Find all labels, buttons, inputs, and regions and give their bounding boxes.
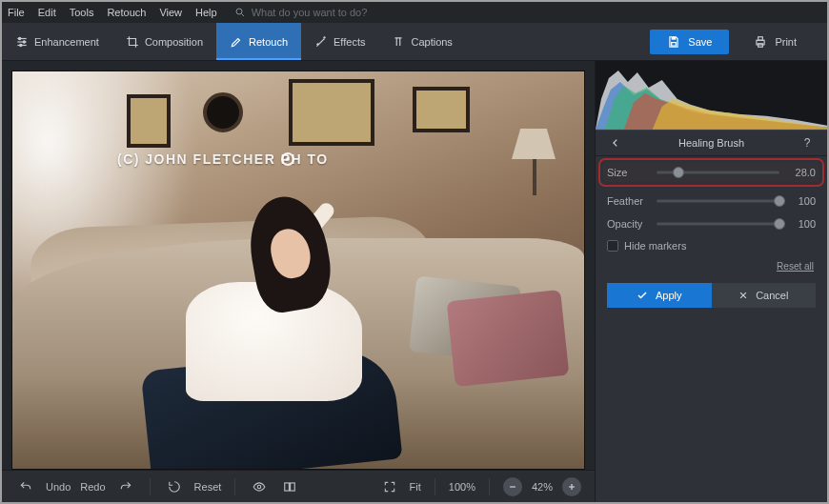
sliders-icon — [15, 35, 29, 49]
svg-rect-9 — [672, 42, 677, 46]
panel-header: Healing Brush ? — [596, 130, 827, 156]
zoom-out-icon[interactable] — [503, 477, 522, 496]
content-area: (C) JOHN FLETCHER PH TO Undo Redo Reset — [2, 61, 827, 502]
tab-label: Retouch — [249, 36, 288, 48]
cancel-button[interactable]: Cancel — [712, 283, 817, 308]
redo-button[interactable]: Redo — [80, 481, 105, 493]
svg-rect-8 — [672, 36, 677, 39]
tab-label: Captions — [411, 36, 452, 48]
menu-retouch[interactable]: Retouch — [107, 7, 146, 18]
right-panel: Healing Brush ? Size 28.0 Feather 100 Op… — [595, 61, 827, 502]
panel-actions: Apply Cancel — [607, 283, 816, 308]
svg-point-13 — [258, 485, 262, 489]
print-icon — [754, 35, 767, 49]
panel-title: Healing Brush — [678, 137, 744, 149]
slider-label: Feather — [607, 195, 649, 207]
zoom-value: 42% — [532, 481, 553, 493]
tab-label: Composition — [145, 36, 203, 48]
svg-rect-14 — [285, 482, 290, 490]
slider-opacity[interactable]: Opacity 100 — [607, 217, 816, 231]
menu-help[interactable]: Help — [195, 7, 217, 18]
tab-effects[interactable]: Effects — [301, 23, 378, 60]
close-icon — [738, 291, 748, 300]
slider-label: Opacity — [607, 218, 649, 230]
lens-icon — [281, 152, 294, 166]
apply-label: Apply — [656, 290, 682, 301]
watermark: (C) JOHN FLETCHER PH TO — [117, 151, 329, 167]
compare-icon[interactable] — [279, 476, 300, 497]
svg-point-0 — [236, 9, 242, 14]
photo: (C) JOHN FLETCHER PH TO — [12, 71, 584, 469]
menubar: File Edit Tools Retouch View Help — [2, 2, 827, 23]
save-icon — [667, 35, 680, 49]
checkbox-icon[interactable] — [607, 240, 618, 252]
toolbar: Enhancement Composition Retouch Effects … — [2, 23, 827, 61]
menubar-search[interactable] — [234, 7, 404, 18]
slider-track[interactable] — [657, 194, 779, 208]
menu-edit[interactable]: Edit — [38, 7, 56, 18]
undo-button[interactable]: Undo — [46, 481, 71, 493]
tab-enhancement[interactable]: Enhancement — [2, 23, 112, 60]
menu-file[interactable]: File — [8, 7, 25, 18]
text-icon — [392, 35, 405, 49]
zoom-in-icon[interactable] — [562, 477, 581, 496]
tab-label: Effects — [334, 36, 365, 48]
svg-point-5 — [19, 37, 21, 39]
slider-track[interactable] — [657, 217, 779, 231]
svg-rect-15 — [291, 482, 295, 490]
preview-eye-icon[interactable] — [249, 476, 270, 497]
svg-line-1 — [241, 14, 244, 17]
panel-help-icon[interactable]: ? — [797, 132, 818, 153]
slider-value: 100 — [787, 218, 816, 230]
check-icon — [637, 290, 648, 301]
undo-icon[interactable] — [15, 476, 36, 497]
menu-tools[interactable]: Tools — [70, 7, 94, 18]
slider-size[interactable]: Size 28.0 — [603, 163, 819, 182]
hide-markers-checkbox[interactable]: Hide markers — [607, 240, 816, 252]
svg-rect-11 — [758, 36, 763, 40]
redo-icon[interactable] — [115, 476, 136, 497]
svg-point-6 — [23, 40, 25, 42]
zoom-100-button[interactable]: 100% — [449, 481, 475, 493]
app-window: File Edit Tools Retouch View Help Enhanc… — [0, 0, 829, 504]
slider-track[interactable] — [657, 166, 779, 179]
brush-icon — [230, 35, 243, 49]
tab-composition[interactable]: Composition — [112, 23, 216, 60]
search-icon — [234, 7, 246, 18]
reset-icon[interactable] — [164, 476, 185, 497]
menu-view[interactable]: View — [159, 7, 182, 18]
save-label: Save — [688, 36, 712, 48]
search-input[interactable] — [252, 7, 404, 18]
panel-body: Size 28.0 Feather 100 Opacity 100 Hide — [596, 156, 827, 315]
tab-retouch[interactable]: Retouch — [216, 23, 301, 60]
reset-button[interactable]: Reset — [194, 481, 222, 493]
save-button[interactable]: Save — [650, 30, 729, 54]
reset-all-link[interactable]: Reset all — [607, 261, 816, 272]
checkbox-label: Hide markers — [624, 240, 686, 252]
histogram[interactable] — [596, 61, 827, 130]
fit-button[interactable]: Fit — [410, 481, 421, 493]
tab-captions[interactable]: Captions — [378, 23, 465, 60]
fit-screen-icon[interactable] — [379, 476, 400, 497]
print-label: Print — [775, 36, 797, 48]
tab-label: Enhancement — [34, 36, 99, 48]
bottom-toolbar: Undo Redo Reset Fit 100% 42% — [2, 470, 595, 502]
print-button[interactable]: Print — [737, 30, 814, 54]
svg-point-7 — [20, 44, 22, 46]
canvas-column: (C) JOHN FLETCHER PH TO Undo Redo Reset — [2, 61, 595, 502]
cancel-label: Cancel — [756, 290, 788, 301]
apply-button[interactable]: Apply — [607, 283, 712, 308]
panel-back-icon[interactable] — [605, 132, 626, 153]
slider-label: Size — [607, 167, 649, 178]
slider-value: 28.0 — [787, 167, 816, 178]
slider-value: 100 — [787, 195, 816, 207]
slider-feather[interactable]: Feather 100 — [607, 194, 816, 208]
wand-icon — [314, 35, 328, 49]
image-canvas[interactable]: (C) JOHN FLETCHER PH TO — [11, 71, 585, 470]
crop-icon — [126, 35, 139, 49]
